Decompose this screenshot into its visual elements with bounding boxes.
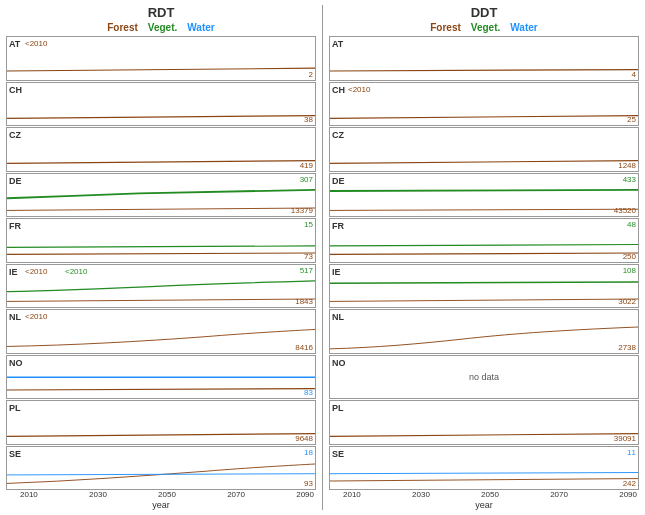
svg-line-1	[7, 115, 315, 118]
ddt-AT-label: AT	[332, 39, 343, 49]
ddt-FR-val-brown: 250	[623, 252, 636, 261]
ddt-CH-chart	[330, 83, 638, 126]
rdt-xlabel: year	[6, 500, 316, 510]
svg-line-18	[330, 299, 638, 301]
ddt-NO-nodata: no data	[330, 372, 638, 382]
rdt-title: RDT	[6, 5, 316, 20]
ddt-IE-val-green: 108	[623, 266, 636, 275]
svg-line-9	[7, 434, 315, 437]
rdt-CZ-label: CZ	[9, 130, 21, 140]
ddt-row-PL: PL 39091	[329, 400, 639, 445]
rdt-rows: AT <2010 2 CH 38 CZ 419	[6, 36, 316, 490]
rdt-NL-label: NL	[9, 312, 21, 322]
ddt-veget-label: Veget.	[471, 22, 500, 33]
rdt-AT-label: AT	[9, 39, 20, 49]
ddt-AT-chart	[330, 37, 638, 80]
ddt-row-CZ: CZ 1248	[329, 127, 639, 172]
ddt-x-2090: 2090	[619, 490, 637, 499]
svg-line-4	[7, 253, 315, 254]
water-label: Water	[187, 22, 214, 33]
rdt-IE-label: IE	[9, 267, 18, 277]
ddt-rows: AT 4 CH <2010 25 CZ 124	[329, 36, 639, 490]
ddt-legend-water: Water	[510, 22, 537, 33]
rdt-SE-val-blue: 18	[304, 448, 313, 457]
ddt-CH-label: CH	[332, 85, 345, 95]
svg-line-10	[7, 473, 315, 474]
ddt-IE-chart	[330, 265, 638, 308]
svg-line-19	[330, 282, 638, 283]
ddt-legend: Forest Veget. Water	[329, 22, 639, 33]
rdt-CH-chart	[7, 83, 315, 126]
ddt-row-CH: CH <2010 25	[329, 82, 639, 127]
ddt-forest-label: Forest	[430, 22, 461, 33]
ddt-NL-label: NL	[332, 312, 344, 322]
rdt-row-FR: FR 15 73	[6, 218, 316, 263]
rdt-NO-label: NO	[9, 358, 23, 368]
rdt-DE-label: DE	[9, 176, 22, 186]
svg-line-17	[330, 245, 638, 246]
ddt-CZ-chart	[330, 128, 638, 171]
ddt-FR-chart	[330, 219, 638, 262]
rdt-row-DE: DE 307 13379	[6, 173, 316, 218]
svg-line-20	[330, 434, 638, 437]
rdt-xaxis: 2010 2030 2050 2070 2090 year	[6, 490, 316, 510]
ddt-DE-val-green: 433	[623, 175, 636, 184]
rdt-SE-val-brown: 93	[304, 479, 313, 488]
rdt-CZ-chart	[7, 128, 315, 171]
ddt-xaxis: 2010 2030 2050 2070 2090 year	[329, 490, 639, 510]
svg-line-5	[7, 246, 315, 247]
veget-label: Veget.	[148, 22, 177, 33]
rdt-NO-chart	[7, 356, 315, 399]
rdt-DE-val-green: 307	[300, 175, 313, 184]
rdt-PL-label: PL	[9, 403, 21, 413]
ddt-row-NL: NL 2738	[329, 309, 639, 354]
rdt-legend: Forest Veget. Water	[6, 22, 316, 33]
ddt-x-2050: 2050	[481, 490, 499, 499]
ddt-DE-label: DE	[332, 176, 345, 186]
rdt-FR-label: FR	[9, 221, 21, 231]
rdt-legend-forest: Forest	[107, 22, 138, 33]
ddt-x-2070: 2070	[550, 490, 568, 499]
rdt-IE-val-brown: 1843	[295, 297, 313, 306]
ddt-legend-forest: Forest	[430, 22, 461, 33]
rdt-x-2010: 2010	[20, 490, 38, 499]
ddt-legend-veget: Veget.	[471, 22, 500, 33]
ddt-NL-chart	[330, 310, 638, 353]
ddt-CH-val: 25	[627, 115, 636, 124]
ddt-NL-val: 2738	[618, 343, 636, 352]
ddt-DE-chart	[330, 174, 638, 217]
rdt-DE-val-brown: 13379	[291, 206, 313, 215]
svg-line-21	[330, 478, 638, 480]
rdt-AT-val: 2	[309, 70, 313, 79]
ddt-SE-val-brown: 242	[623, 479, 636, 488]
ddt-row-DE: DE 433 43520	[329, 173, 639, 218]
ddt-x-2010: 2010	[343, 490, 361, 499]
ddt-FR-label: FR	[332, 221, 344, 231]
rdt-row-AT: AT <2010 2	[6, 36, 316, 81]
svg-line-0	[7, 68, 315, 71]
svg-line-2	[7, 161, 315, 164]
forest-label: Forest	[107, 22, 138, 33]
rdt-x-2050: 2050	[158, 490, 176, 499]
rdt-x-2030: 2030	[89, 490, 107, 499]
svg-line-22	[330, 472, 638, 473]
rdt-DE-chart	[7, 174, 315, 217]
rdt-section: RDT Forest Veget. Water AT <2010 2	[2, 5, 320, 510]
rdt-legend-veget: Veget.	[148, 22, 177, 33]
rdt-row-SE: SE 18 93	[6, 446, 316, 491]
ddt-section: DDT Forest Veget. Water AT 4 CH	[325, 5, 643, 510]
ddt-FR-val-green: 48	[627, 220, 636, 229]
ddt-CZ-val: 1248	[618, 161, 636, 170]
rdt-NL-val: 8416	[295, 343, 313, 352]
rdt-NL-chart	[7, 310, 315, 353]
svg-line-15	[330, 189, 638, 190]
rdt-x-2090: 2090	[296, 490, 314, 499]
rdt-row-CH: CH 38	[6, 82, 316, 127]
ddt-row-NO: NO no data	[329, 355, 639, 400]
rdt-row-NO: NO 83	[6, 355, 316, 400]
ddt-AT-val: 4	[632, 70, 636, 79]
rdt-x-2070: 2070	[227, 490, 245, 499]
ddt-row-SE: SE 11 242	[329, 446, 639, 491]
svg-line-11	[330, 70, 638, 71]
rdt-FR-val-brown: 73	[304, 252, 313, 261]
